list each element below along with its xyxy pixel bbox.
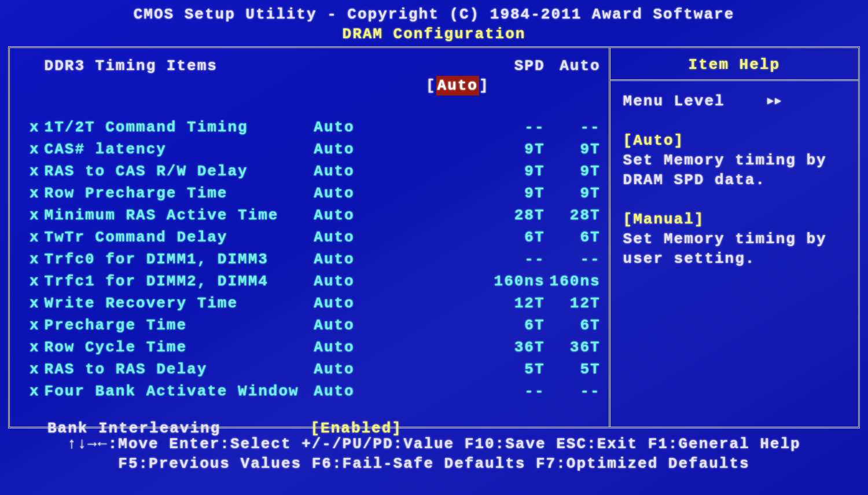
setting-row[interactable]: xTwTr Command Delay Auto6T6T <box>27 226 603 248</box>
row-value[interactable]: Auto <box>301 292 492 314</box>
help-title: Item Help <box>610 48 858 81</box>
row-marker: x <box>27 292 42 314</box>
row-label: TwTr Command Delay <box>42 226 301 248</box>
setting-row[interactable]: xCAS# latency Auto9T9T <box>27 138 603 160</box>
help-heading-auto: [Auto] <box>623 131 845 151</box>
row-marker: x <box>27 358 42 380</box>
chevron-right-icon: ▸▸ <box>766 92 781 110</box>
settings-table: DDR3 Timing Items [Auto] SPD Auto x1T/2T… <box>27 55 603 402</box>
setting-row[interactable]: xRAS to RAS Delay Auto5T5T <box>27 358 603 380</box>
menu-level: Menu Level ▸▸ <box>623 91 845 111</box>
row-label: 1T/2T Command Timing <box>42 116 301 138</box>
row-spd: 5T <box>492 358 547 380</box>
help-heading-manual: [Manual] <box>623 210 845 229</box>
row-label: Trfc1 for DIMM2, DIMM4 <box>42 270 301 292</box>
row-value[interactable]: Auto <box>301 336 492 358</box>
col-name: DDR3 Timing Items <box>42 55 301 116</box>
col-value-selected[interactable]: [Auto] <box>301 55 492 116</box>
setting-row[interactable]: xTrfc1 for DIMM2, DIMM4 Auto160ns160ns <box>27 270 603 292</box>
row-spd: -- <box>492 380 547 402</box>
row-marker: x <box>27 314 42 336</box>
title-line1: CMOS Setup Utility - Copyright (C) 1984-… <box>8 5 860 24</box>
col-auto: Auto <box>547 55 603 116</box>
row-value[interactable]: Auto <box>301 314 492 336</box>
row-label: Four Bank Activate Window <box>42 380 301 402</box>
title-line2: DRAM Configuration <box>8 24 860 44</box>
row-auto: -- <box>547 380 603 402</box>
row-spd: 9T <box>492 160 547 182</box>
help-text-manual: Set Memory timing by user setting. <box>623 229 845 269</box>
row-label: Write Recovery Time <box>42 292 301 314</box>
setting-row[interactable]: xRow Cycle Time Auto36T36T <box>27 336 603 358</box>
row-marker: x <box>27 116 42 138</box>
row-auto: 6T <box>547 314 603 336</box>
row-spd: 12T <box>492 292 547 314</box>
bank-label: Bank Interleaving <box>47 420 220 437</box>
row-value[interactable]: Auto <box>301 358 492 380</box>
help-section-manual: [Manual] Set Memory timing by user setti… <box>623 210 845 269</box>
row-auto: -- <box>547 116 603 138</box>
settings-pane: DDR3 Timing Items [Auto] SPD Auto x1T/2T… <box>10 48 609 427</box>
footer-line2: F5:Previous Values F6:Fail-Safe Defaults… <box>8 454 860 474</box>
row-marker: x <box>27 182 42 204</box>
col-spd: SPD <box>492 55 547 116</box>
main-panes: DDR3 Timing Items [Auto] SPD Auto x1T/2T… <box>8 46 860 428</box>
setting-row[interactable]: xRow Precharge Time Auto9T9T <box>27 182 603 204</box>
selected-value[interactable]: Auto <box>436 76 479 96</box>
row-marker: x <box>27 270 42 292</box>
row-spd: 6T <box>492 314 547 336</box>
row-spd: 28T <box>492 204 547 226</box>
menu-level-label: Menu Level <box>623 93 725 110</box>
row-label: Row Precharge Time <box>42 182 301 204</box>
row-auto: 12T <box>547 292 603 314</box>
row-value[interactable]: Auto <box>301 226 492 248</box>
row-auto: -- <box>547 248 603 270</box>
bios-screen: CMOS Setup Utility - Copyright (C) 1984-… <box>0 0 868 495</box>
row-value[interactable]: Auto <box>301 204 492 226</box>
setting-row[interactable]: xWrite Recovery Time Auto12T12T <box>27 292 603 314</box>
row-auto: 6T <box>547 226 603 248</box>
setting-row[interactable]: xRAS to CAS R/W Delay Auto9T9T <box>27 160 603 182</box>
row-spd: 9T <box>492 182 547 204</box>
row-marker: x <box>27 138 42 160</box>
bank-interleaving-row[interactable]: Bank Interleaving [Enabled] <box>27 420 603 437</box>
row-auto: 160ns <box>547 270 603 292</box>
row-spd: 160ns <box>492 270 547 292</box>
row-auto: 28T <box>547 204 603 226</box>
row-value[interactable]: Auto <box>301 160 492 182</box>
setting-row[interactable]: xTrfc0 for DIMM1, DIMM3 Auto---- <box>27 248 603 270</box>
row-marker: x <box>27 160 42 182</box>
setting-row[interactable]: x1T/2T Command Timing Auto---- <box>27 116 603 138</box>
row-marker: x <box>27 226 42 248</box>
row-value[interactable]: Auto <box>301 116 492 138</box>
bank-value[interactable]: [Enabled] <box>310 420 402 437</box>
row-label: RAS to CAS R/W Delay <box>42 160 301 182</box>
setting-row[interactable]: xFour Bank Activate Window Auto---- <box>27 380 603 402</box>
row-marker: x <box>27 336 42 358</box>
row-value[interactable]: Auto <box>301 182 492 204</box>
row-label: Minimum RAS Active Time <box>42 204 301 226</box>
row-auto: 36T <box>547 336 603 358</box>
setting-row[interactable]: xPrecharge Time Auto6T6T <box>27 314 603 336</box>
row-label: Precharge Time <box>42 314 301 336</box>
row-auto: 5T <box>547 358 603 380</box>
row-value[interactable]: Auto <box>301 380 492 402</box>
row-value[interactable]: Auto <box>301 248 492 270</box>
column-header-row[interactable]: DDR3 Timing Items [Auto] SPD Auto <box>27 55 603 116</box>
row-spd: 6T <box>492 226 547 248</box>
title-block: CMOS Setup Utility - Copyright (C) 1984-… <box>8 5 860 44</box>
row-value[interactable]: Auto <box>301 138 492 160</box>
row-spd: 36T <box>492 336 547 358</box>
row-marker: x <box>27 248 42 270</box>
help-section-auto: [Auto] Set Memory timing by DRAM SPD dat… <box>623 131 845 190</box>
row-auto: 9T <box>547 182 603 204</box>
help-body: Menu Level ▸▸ [Auto] Set Memory timing b… <box>610 81 858 279</box>
row-label: RAS to RAS Delay <box>42 358 301 380</box>
row-label: CAS# latency <box>42 138 301 160</box>
row-spd: -- <box>492 248 547 270</box>
footer-hints: ↑↓→←:Move Enter:Select +/-/PU/PD:Value F… <box>8 434 860 474</box>
row-auto: 9T <box>547 160 603 182</box>
setting-row[interactable]: xMinimum RAS Active Time Auto28T28T <box>27 204 603 226</box>
row-value[interactable]: Auto <box>301 270 492 292</box>
help-text-auto: Set Memory timing by DRAM SPD data. <box>623 151 845 190</box>
